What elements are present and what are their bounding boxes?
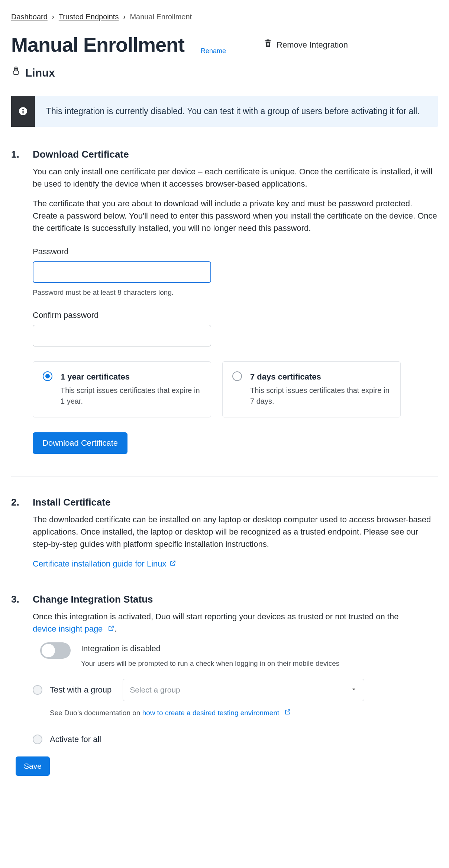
cert-option-1-year[interactable]: 1 year certificates This script issues c… bbox=[33, 361, 211, 417]
cert-option-title: 1 year certificates bbox=[61, 371, 201, 383]
integration-status-subtitle: Your users will be prompted to run a che… bbox=[81, 658, 339, 669]
breadcrumb-current: Manual Enrollment bbox=[130, 11, 192, 22]
cert-option-desc: This script issues certificates that exp… bbox=[61, 385, 201, 407]
device-insight-link[interactable]: device insight page bbox=[33, 623, 114, 635]
breadcrumb-dashboard[interactable]: Dashboard bbox=[11, 11, 48, 22]
group-select[interactable]: Select a group bbox=[123, 679, 364, 701]
step-paragraph: You can only install one certificate per… bbox=[33, 165, 438, 190]
svg-point-1 bbox=[15, 68, 16, 69]
step-title: Download Certificate bbox=[33, 147, 438, 162]
trash-icon bbox=[263, 38, 273, 51]
test-with-group-label: Test with a group bbox=[50, 684, 112, 696]
cert-option-7-days[interactable]: 7 days certificates This script issues c… bbox=[222, 361, 401, 417]
password-input[interactable] bbox=[33, 261, 211, 283]
testing-env-link[interactable]: how to create a desired testing environm… bbox=[142, 708, 291, 719]
toggle-knob bbox=[42, 644, 55, 657]
activate-for-all-label: Activate for all bbox=[50, 733, 101, 745]
save-button[interactable]: Save bbox=[16, 756, 50, 776]
step-paragraph: The certificate that you are about to do… bbox=[33, 197, 438, 234]
download-certificate-button[interactable]: Download Certificate bbox=[33, 432, 127, 454]
test-with-group-radio[interactable] bbox=[33, 685, 42, 695]
step-paragraph: Once this integration is activated, Duo … bbox=[33, 610, 438, 635]
external-link-icon bbox=[108, 623, 114, 635]
cert-option-desc: This script issues certificates that exp… bbox=[250, 385, 391, 407]
os-name: Linux bbox=[25, 64, 55, 81]
step-number: 3. bbox=[11, 592, 22, 776]
info-icon bbox=[11, 96, 35, 127]
install-guide-link-text: Certificate installation guide for Linux bbox=[33, 558, 167, 570]
radio-icon bbox=[43, 371, 52, 381]
chevron-right-icon: › bbox=[123, 12, 125, 22]
os-indicator: Linux bbox=[11, 64, 438, 81]
install-guide-link[interactable]: Certificate installation guide for Linux bbox=[33, 558, 176, 570]
external-link-icon bbox=[284, 708, 291, 719]
chevron-right-icon: › bbox=[52, 12, 54, 22]
step-install-certificate: 2. Install Certificate The downloaded ce… bbox=[11, 495, 438, 581]
svg-point-4 bbox=[22, 109, 23, 110]
external-link-icon bbox=[169, 558, 176, 570]
step-title: Install Certificate bbox=[33, 495, 438, 510]
step-number: 2. bbox=[11, 495, 22, 570]
group-select-placeholder: Select a group bbox=[130, 684, 180, 696]
rename-link[interactable]: Rename bbox=[201, 46, 226, 56]
step-change-integration-status: 3. Change Integration Status Once this i… bbox=[11, 592, 438, 776]
svg-rect-5 bbox=[22, 111, 23, 114]
confirm-password-label: Confirm password bbox=[33, 309, 438, 321]
password-label: Password bbox=[33, 245, 438, 258]
step-download-certificate: 1. Download Certificate You can only ins… bbox=[11, 147, 438, 477]
cert-option-title: 7 days certificates bbox=[250, 371, 391, 383]
testing-env-note: See Duo's documentation on how to create… bbox=[50, 708, 438, 719]
info-banner: This integration is currently disabled. … bbox=[11, 96, 438, 127]
step-title: Change Integration Status bbox=[33, 592, 438, 607]
breadcrumb: Dashboard › Trusted Endpoints › Manual E… bbox=[11, 11, 438, 22]
radio-icon bbox=[232, 371, 242, 381]
breadcrumb-trusted-endpoints[interactable]: Trusted Endpoints bbox=[59, 11, 119, 22]
page-title: Manual Enrollment bbox=[11, 30, 184, 60]
integration-toggle[interactable] bbox=[40, 642, 71, 659]
integration-status-title: Integration is disabled bbox=[81, 642, 339, 655]
confirm-password-input[interactable] bbox=[33, 325, 211, 346]
step-paragraph: The downloaded certificate can be instal… bbox=[33, 513, 438, 550]
svg-point-2 bbox=[16, 68, 17, 69]
activate-for-all-radio[interactable] bbox=[33, 735, 42, 744]
step-number: 1. bbox=[11, 147, 22, 454]
linux-icon bbox=[11, 66, 21, 79]
info-banner-text: This integration is currently disabled. … bbox=[35, 96, 431, 127]
remove-integration-button[interactable]: Remove Integration bbox=[263, 38, 348, 51]
chevron-down-icon bbox=[351, 684, 357, 696]
password-hint: Password must be at least 8 characters l… bbox=[33, 287, 438, 298]
remove-integration-label: Remove Integration bbox=[277, 39, 348, 51]
